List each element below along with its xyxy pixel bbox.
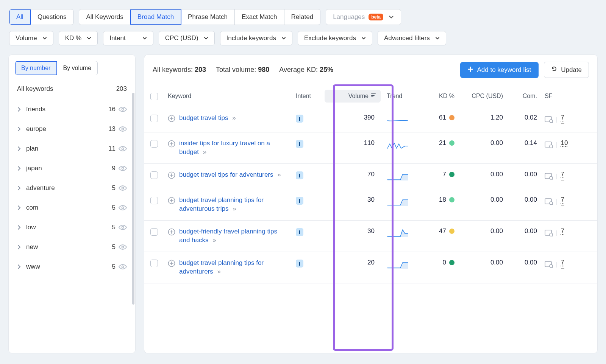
kd-difficulty-dot <box>449 172 454 177</box>
tab-questions[interactable]: Questions <box>31 9 73 25</box>
sidebar-item-count: 5 <box>112 224 116 231</box>
sidebar-item[interactable]: friends 16 <box>14 100 130 119</box>
tab-all[interactable]: All <box>9 9 31 25</box>
sidebar-item[interactable]: new 5 <box>14 237 130 257</box>
col-kd[interactable]: KD % <box>418 90 458 103</box>
row-checkbox[interactable] <box>150 197 158 204</box>
trend-sparkline <box>383 227 418 238</box>
col-keyword[interactable]: Keyword <box>164 90 292 103</box>
eye-icon[interactable] <box>119 244 127 250</box>
languages-dropdown[interactable]: Languages beta <box>326 9 401 25</box>
serp-icon[interactable] <box>545 198 553 205</box>
eye-icon[interactable] <box>119 205 127 211</box>
sf-value[interactable]: 7 <box>561 114 564 121</box>
expand-icon[interactable] <box>168 115 175 122</box>
eye-icon[interactable] <box>119 224 127 230</box>
trend-sparkline <box>383 196 418 207</box>
kd-value: 7 <box>443 171 446 178</box>
keyword-link[interactable]: budget travel planning tips for adventur… <box>179 196 264 212</box>
eye-icon[interactable] <box>119 106 127 112</box>
update-button[interactable]: Update <box>544 62 589 78</box>
keyword-link[interactable]: budget-friendly travel planning tips and… <box>179 228 277 244</box>
col-com[interactable]: Com. <box>507 90 541 103</box>
eye-icon[interactable] <box>119 264 127 270</box>
row-checkbox[interactable] <box>150 260 158 267</box>
svg-point-8 <box>122 266 124 268</box>
filter-include[interactable]: Include keywords <box>220 31 292 45</box>
col-intent[interactable]: Intent <box>292 90 322 103</box>
row-checkbox[interactable] <box>150 140 158 148</box>
select-all-checkbox[interactable] <box>150 93 158 100</box>
sf-value[interactable]: 7 <box>561 171 564 178</box>
expand-icon[interactable] <box>168 140 175 148</box>
keyword-link[interactable]: budget travel tips for adventurers <box>179 171 273 178</box>
keyword-link[interactable]: insider tips for luxury travel on a budg… <box>179 140 270 156</box>
eye-icon[interactable] <box>119 185 127 191</box>
sf-value[interactable]: 7 <box>561 259 564 266</box>
eye-icon[interactable] <box>119 165 127 171</box>
sidebar-item[interactable]: com 5 <box>14 198 130 218</box>
sidebar-item[interactable]: europe 13 <box>14 119 130 139</box>
sidebar-item-label: low <box>26 224 36 231</box>
intent-badge: I <box>296 171 303 179</box>
row-checkbox[interactable] <box>150 171 158 179</box>
sidebar-item[interactable]: www 5 <box>14 257 130 277</box>
svg-point-4 <box>122 187 124 189</box>
filter-include-label: Include keywords <box>226 34 276 42</box>
tab-phrase-match[interactable]: Phrase Match <box>181 9 235 25</box>
scrollbar[interactable] <box>132 93 134 305</box>
serp-icon[interactable] <box>545 230 553 236</box>
col-cpc[interactable]: CPC (USD) <box>458 90 507 103</box>
sort-by-volume[interactable]: By volume <box>57 61 97 75</box>
filter-exclude[interactable]: Exclude keywords <box>298 31 372 45</box>
filter-kd[interactable]: KD % <box>59 31 98 45</box>
chevron-right-icon <box>17 205 21 210</box>
serp-icon[interactable] <box>545 142 553 148</box>
row-checkbox[interactable] <box>150 115 158 122</box>
sidebar-item[interactable]: japan 9 <box>14 159 130 178</box>
filter-advanced[interactable]: Advanced filters <box>378 31 446 45</box>
sf-value[interactable]: 10 <box>561 139 568 147</box>
kd-value: 0 <box>443 259 446 266</box>
row-checkbox[interactable] <box>150 228 158 236</box>
kd-value: 61 <box>439 114 446 121</box>
eye-icon[interactable] <box>119 146 127 152</box>
tab-related[interactable]: Related <box>284 9 320 25</box>
sidebar: By number By volume All keywords 203 fri… <box>8 54 136 353</box>
sidebar-all-keywords-label[interactable]: All keywords <box>17 85 53 93</box>
col-volume[interactable]: Volume <box>325 90 381 103</box>
col-sf[interactable]: SF <box>541 90 583 103</box>
sf-value[interactable]: 7 <box>561 196 564 204</box>
tab-all-keywords[interactable]: All Keywords <box>79 9 130 25</box>
tab-exact-match[interactable]: Exact Match <box>235 9 284 25</box>
serp-icon[interactable] <box>545 173 553 180</box>
serp-icon[interactable] <box>545 261 553 268</box>
expand-icon[interactable] <box>168 260 175 267</box>
table-row: budget travel tips for adventurers » I 7… <box>144 164 597 189</box>
expand-icon[interactable] <box>168 171 175 179</box>
serp-icon[interactable] <box>545 116 553 123</box>
expand-icon[interactable] <box>168 228 175 236</box>
eye-icon[interactable] <box>119 126 127 132</box>
tab-broad-match[interactable]: Broad Match <box>131 9 181 25</box>
sidebar-item[interactable]: low 5 <box>14 218 130 237</box>
com-value: 0.14 <box>507 139 541 147</box>
intent-badge: I <box>296 228 303 236</box>
keyword-link[interactable]: budget travel planning tips for adventur… <box>179 259 264 275</box>
chevron-down-icon <box>361 36 366 40</box>
sidebar-item[interactable]: adventure 5 <box>14 178 130 198</box>
sort-toggle: By number By volume <box>15 61 98 75</box>
sort-by-number[interactable]: By number <box>15 61 57 75</box>
filter-intent[interactable]: Intent <box>103 31 153 45</box>
col-trend[interactable]: Trend <box>383 90 418 103</box>
sf-value[interactable]: 7 <box>561 227 564 235</box>
sidebar-item[interactable]: plan 11 <box>14 139 130 159</box>
chevron-double-icon: » <box>212 236 216 244</box>
kd-difficulty-dot <box>449 140 454 146</box>
filter-cpc[interactable]: CPC (USD) <box>159 31 215 45</box>
add-to-keyword-list-button[interactable]: Add to keyword list <box>460 62 539 78</box>
filter-volume[interactable]: Volume <box>9 31 53 45</box>
keyword-link[interactable]: budget travel tips <box>179 114 228 121</box>
com-value: 0.00 <box>507 259 541 266</box>
expand-icon[interactable] <box>168 197 175 204</box>
